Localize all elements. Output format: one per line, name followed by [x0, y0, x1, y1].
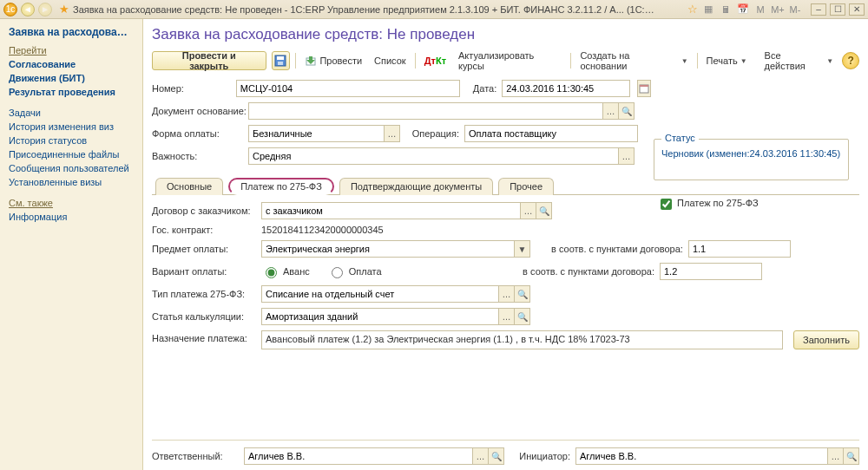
paytype-select-button[interactable]: …	[498, 286, 514, 302]
star2-icon[interactable]: ☆	[687, 3, 698, 16]
paytype-input[interactable]	[262, 286, 498, 302]
payform-field[interactable]: …	[248, 125, 400, 142]
operation-field[interactable]	[464, 125, 638, 142]
fill-button[interactable]: Заполнить	[793, 330, 859, 349]
sidebar-link-movements[interactable]: Движения (БИТ)	[5, 71, 142, 85]
calendar-icon	[639, 83, 649, 94]
radio-pay-input[interactable]	[332, 267, 343, 278]
sidebar-link-messages[interactable]: Сообщения пользователей	[5, 161, 142, 175]
payform-select-button[interactable]: …	[384, 126, 399, 141]
separator	[295, 53, 296, 69]
sidebar-link-status-history[interactable]: История статусов	[5, 134, 142, 147]
date-input[interactable]	[503, 81, 629, 96]
paytype-open-button[interactable]: 🔍	[514, 286, 529, 302]
subject-dropdown-button[interactable]: ▼	[514, 241, 529, 257]
radio-pay[interactable]: Оплата	[327, 264, 382, 278]
initiator-open-button[interactable]: 🔍	[843, 448, 858, 464]
tab-body: Договор с заказчиком: … 🔍 Гос. контракт:…	[152, 195, 859, 421]
radio-advance[interactable]: Аванс	[261, 264, 310, 278]
maximize-button[interactable]: ☐	[830, 3, 845, 16]
status-link[interactable]: Черновик (изменен:24.03.2016 11:30:45)	[661, 148, 840, 159]
mem-mminus[interactable]: M-	[788, 3, 802, 16]
date-picker-button[interactable]	[637, 80, 651, 97]
list-button[interactable]: Список	[371, 54, 410, 68]
svg-rect-5	[640, 85, 648, 87]
mem-m[interactable]: M	[753, 3, 767, 16]
basis-field[interactable]: … 🔍	[248, 102, 635, 120]
sidebar-link-result[interactable]: Результат проведения	[5, 85, 142, 99]
nav-fwd-icon[interactable]: ►	[38, 3, 52, 16]
contract-client-select-button[interactable]: …	[520, 203, 536, 219]
points1-input[interactable]	[689, 241, 816, 257]
sidebar-link-info[interactable]: Информация	[5, 210, 142, 224]
label-variant: Вариант оплаты:	[152, 266, 256, 277]
contract-client-open-button[interactable]: 🔍	[536, 203, 551, 219]
responsible-select-button[interactable]: …	[472, 448, 488, 464]
app-menu-icon[interactable]: 1c	[3, 3, 17, 16]
subject-field[interactable]: ▼	[261, 240, 530, 258]
svg-rect-2	[278, 62, 283, 65]
article-select-button[interactable]: …	[498, 309, 514, 324]
sidebar-link-tasks[interactable]: Задачи	[5, 106, 142, 120]
importance-select-button[interactable]: …	[618, 148, 634, 164]
tab-main[interactable]: Основные	[155, 178, 223, 195]
basis-input[interactable]	[249, 103, 602, 119]
contract-client-field[interactable]: … 🔍	[261, 202, 552, 219]
tab-other[interactable]: Прочее	[498, 178, 554, 195]
chk-275fz[interactable]: Платеж по 275-ФЗ	[657, 198, 759, 208]
responsible-input[interactable]	[245, 448, 472, 464]
calendar-icon[interactable]: 📅	[736, 3, 750, 16]
label-points1: в соотв. с пунктами договора:	[551, 244, 683, 254]
grid-icon[interactable]: ▦	[701, 3, 715, 16]
calc-icon[interactable]: 🖩	[719, 3, 733, 16]
initiator-select-button[interactable]: …	[827, 448, 843, 464]
purpose-text[interactable]: Авансовый платеж (1.2) за Электрическая …	[266, 334, 630, 344]
purpose-field[interactable]: Авансовый платеж (1.2) за Электрическая …	[261, 330, 783, 349]
article-field[interactable]: … 🔍	[261, 308, 530, 325]
article-input[interactable]	[262, 309, 498, 324]
mem-mplus[interactable]: M+	[771, 3, 785, 16]
save-button[interactable]	[272, 51, 291, 70]
basis-open-button[interactable]: 🔍	[618, 103, 634, 119]
sidebar-link-visas[interactable]: Установленные визы	[5, 175, 142, 189]
tab-docs[interactable]: Подтверждающие документы	[339, 178, 493, 195]
points2-input[interactable]	[661, 264, 787, 279]
post-and-close-button[interactable]: Провести и закрыть	[152, 51, 266, 70]
create-based-on-button[interactable]: Создать на основании▼	[576, 49, 691, 73]
print-button[interactable]: Печать▼	[703, 54, 751, 68]
number-input[interactable]	[237, 81, 459, 96]
subject-input[interactable]	[262, 241, 514, 257]
article-open-button[interactable]: 🔍	[514, 309, 529, 324]
sidebar-link-approval[interactable]: Согласование	[5, 57, 142, 71]
update-rates-text[interactable]: Актуализировать курсы	[455, 49, 565, 73]
help-button[interactable]: ?	[842, 52, 859, 69]
all-actions-button[interactable]: Все действия▼	[761, 49, 838, 73]
favorite-icon[interactable]: ★	[59, 3, 69, 16]
number-field[interactable]	[236, 80, 460, 97]
radio-advance-input[interactable]	[266, 267, 277, 278]
close-button[interactable]: ✕	[849, 3, 865, 16]
importance-field[interactable]: …	[248, 147, 635, 165]
initiator-input[interactable]	[576, 448, 827, 464]
tab-275fz[interactable]: Платеж по 275-ФЗ	[228, 178, 334, 195]
sidebar-link-visa-history[interactable]: История изменения виз	[5, 120, 142, 134]
payform-input[interactable]	[249, 126, 384, 141]
nav-back-icon[interactable]: ◄	[21, 3, 35, 16]
paytype-field[interactable]: … 🔍	[261, 285, 530, 303]
initiator-field[interactable]: … 🔍	[575, 447, 859, 465]
basis-select-button[interactable]: …	[602, 103, 618, 119]
chk-275fz-box[interactable]	[661, 199, 672, 210]
responsible-field[interactable]: … 🔍	[244, 447, 504, 465]
label-basis: Документ основание:	[152, 106, 243, 116]
contract-client-input[interactable]	[262, 203, 520, 219]
post-button[interactable]: Провести	[301, 53, 365, 69]
sidebar-link-files[interactable]: Присоединенные файлы	[5, 147, 142, 161]
importance-input[interactable]	[249, 148, 618, 164]
points2-field[interactable]	[660, 263, 762, 280]
minimize-button[interactable]: –	[811, 3, 826, 16]
update-rates-button[interactable]: ДтКт	[421, 54, 450, 68]
date-field[interactable]	[502, 80, 630, 97]
operation-input[interactable]	[465, 126, 637, 141]
responsible-open-button[interactable]: 🔍	[488, 448, 503, 464]
points1-field[interactable]	[688, 240, 791, 258]
